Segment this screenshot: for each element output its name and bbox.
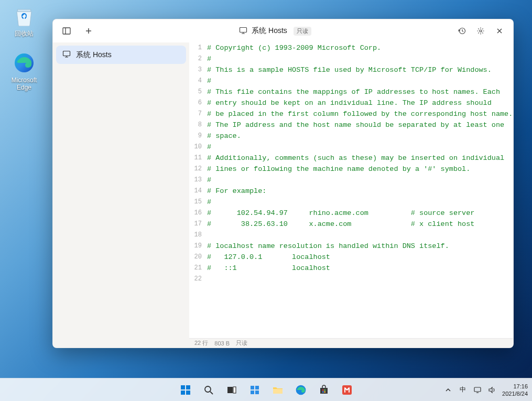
- svg-rect-32: [322, 391, 324, 393]
- code-text: #: [207, 53, 211, 64]
- monitor-icon: [239, 26, 247, 36]
- code-text: # This is a sample HOSTS file used by Mi…: [207, 64, 492, 75]
- settings-button[interactable]: [471, 21, 490, 40]
- line-number: 18: [189, 230, 207, 241]
- readonly-badge: 只读: [294, 27, 311, 36]
- line-number: 20: [189, 252, 207, 263]
- sidebar-item-system-hosts[interactable]: 系统 Hosts: [56, 46, 186, 64]
- svg-rect-24: [255, 386, 259, 389]
- code-line: 13#: [189, 175, 513, 186]
- code-line: 19# localhost name resolution is handled…: [189, 241, 513, 252]
- line-number: 13: [189, 175, 207, 186]
- line-number: 4: [189, 75, 207, 86]
- code-line: 21# ::1 localhost: [189, 263, 513, 274]
- svg-rect-26: [255, 391, 259, 394]
- store-button[interactable]: [314, 380, 334, 400]
- line-number: 16: [189, 208, 207, 219]
- desktop-icon-recycle-bin[interactable]: 回收站: [5, 4, 43, 38]
- code-line: 1# Copyright (c) 1993-2009 Microsoft Cor…: [189, 42, 513, 53]
- widgets-button[interactable]: [245, 380, 265, 400]
- code-text: # Additionally, comments (such as these)…: [207, 153, 504, 164]
- line-number: 15: [189, 197, 207, 208]
- window-title: 系统 Hosts: [252, 26, 287, 36]
- close-button[interactable]: [490, 21, 509, 40]
- search-button[interactable]: [199, 380, 219, 400]
- svg-rect-16: [186, 385, 190, 389]
- line-number: 11: [189, 153, 207, 164]
- line-number: 5: [189, 86, 207, 97]
- svg-rect-15: [181, 385, 185, 389]
- taskbar-clock[interactable]: 17:16 2021/8/24: [502, 383, 528, 397]
- line-number: 6: [189, 97, 207, 109]
- desktop-icon-edge[interactable]: Microsoft Edge: [5, 51, 43, 91]
- monitor-icon: [62, 50, 71, 60]
- edge-icon: [13, 51, 36, 74]
- line-number: 1: [189, 42, 207, 53]
- code-line: 17# 38.25.63.10 x.acme.com # x client ho…: [189, 219, 513, 230]
- svg-rect-18: [186, 391, 190, 395]
- code-text: #: [207, 75, 211, 86]
- status-readonly: 只读: [236, 339, 247, 347]
- new-tab-button[interactable]: [79, 21, 98, 40]
- code-line: 5# This file contains the mappings of IP…: [189, 86, 513, 97]
- volume-icon[interactable]: [487, 385, 497, 395]
- line-number: 19: [189, 241, 207, 252]
- code-line: 10#: [189, 142, 513, 153]
- svg-rect-12: [63, 51, 70, 56]
- svg-rect-29: [320, 388, 328, 394]
- edge-taskbar-button[interactable]: [291, 380, 311, 400]
- status-bytes: 803 B: [214, 340, 230, 346]
- editor-area: 1# Copyright (c) 1993-2009 Microsoft Cor…: [189, 42, 513, 348]
- code-text: # 102.54.94.97 rhino.acme.com # source s…: [207, 208, 474, 219]
- history-button[interactable]: [452, 21, 471, 40]
- code-line: 15#: [189, 197, 513, 208]
- svg-rect-23: [251, 386, 254, 389]
- line-number: 17: [189, 219, 207, 230]
- code-text: # localhost name resolution is handled w…: [207, 241, 449, 252]
- line-number: 21: [189, 263, 207, 274]
- line-number: 8: [189, 120, 207, 131]
- app-switchhosts-button[interactable]: [337, 380, 357, 400]
- svg-rect-25: [251, 391, 254, 394]
- start-button[interactable]: [176, 380, 196, 400]
- svg-rect-27: [273, 389, 283, 394]
- file-explorer-button[interactable]: [268, 380, 288, 400]
- svg-rect-1: [63, 28, 70, 34]
- system-tray: 中 17:16 2021/8/24: [443, 383, 528, 397]
- app-window: 系统 Hosts 只读 系统 Hosts 1# Copyrigh: [52, 19, 514, 348]
- ime-indicator[interactable]: 中: [458, 385, 468, 395]
- network-icon[interactable]: [473, 385, 482, 395]
- tray-overflow-button[interactable]: [443, 385, 453, 395]
- task-view-button[interactable]: [222, 380, 242, 400]
- line-number: 2: [189, 53, 207, 64]
- line-number: 3: [189, 64, 207, 75]
- code-text: # 127.0.0.1 localhost: [207, 252, 330, 263]
- desktop-icon-label: 回收站: [5, 29, 43, 38]
- code-line: 12# lines or following the machine name …: [189, 164, 513, 175]
- svg-rect-31: [324, 389, 325, 391]
- line-number: 10: [189, 142, 207, 153]
- clock-time: 17:16: [502, 383, 528, 390]
- svg-point-19: [205, 386, 211, 392]
- code-text: # entry should be kept on an individual …: [207, 97, 492, 109]
- sidebar-toggle-button[interactable]: [57, 21, 76, 40]
- status-lines: 22 行: [194, 339, 208, 347]
- code-line: 16# 102.54.94.97 rhino.acme.com # source…: [189, 208, 513, 219]
- code-text: # be placed in the first column followed…: [207, 109, 513, 120]
- line-number: 22: [189, 274, 207, 285]
- code-text: #: [207, 142, 211, 153]
- svg-rect-17: [181, 391, 185, 395]
- svg-rect-21: [227, 387, 233, 393]
- titlebar[interactable]: 系统 Hosts 只读: [53, 19, 513, 42]
- svg-rect-30: [322, 389, 324, 391]
- code-text: #: [207, 197, 211, 208]
- recycle-bin-icon: [13, 4, 36, 27]
- code-editor[interactable]: 1# Copyright (c) 1993-2009 Microsoft Cor…: [189, 42, 513, 338]
- code-line: 9# space.: [189, 131, 513, 142]
- code-line: 8# The IP address and the host name shou…: [189, 120, 513, 131]
- code-line: 18: [189, 230, 513, 241]
- code-line: 3# This is a sample HOSTS file used by M…: [189, 64, 513, 75]
- code-text: # space.: [207, 131, 241, 142]
- code-line: 22: [189, 274, 513, 285]
- code-line: 7# be placed in the first column followe…: [189, 109, 513, 120]
